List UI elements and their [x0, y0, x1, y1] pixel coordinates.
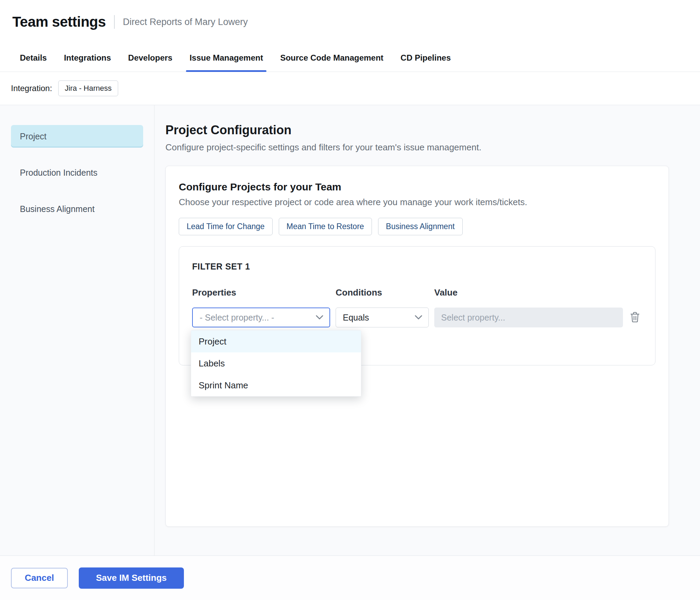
page-header: Team settings Direct Reports of Mary Low… — [0, 0, 700, 44]
tab-integrations[interactable]: Integrations — [64, 44, 111, 72]
team-settings-page: Team settings Direct Reports of Mary Low… — [0, 0, 700, 600]
settings-sidebar: Project Production Incidents Business Al… — [0, 105, 154, 555]
properties-column-label: Properties — [192, 287, 330, 298]
integration-row: Integration: Jira - Harness — [0, 72, 700, 105]
section-title: Project Configuration — [165, 123, 669, 137]
delete-filter-cell — [628, 310, 641, 325]
save-im-settings-button[interactable]: Save IM Settings — [79, 567, 184, 589]
dropdown-option-sprint-name[interactable]: Sprint Name — [191, 374, 361, 396]
content-area: Project Production Incidents Business Al… — [0, 105, 700, 555]
page-subtitle: Direct Reports of Mary Lowery — [123, 17, 248, 27]
tab-issue-management[interactable]: Issue Management — [189, 44, 263, 72]
dropdown-option-labels[interactable]: Labels — [191, 352, 361, 374]
delete-filter-button[interactable] — [628, 310, 641, 325]
metric-tab-business-alignment[interactable]: Business Alignment — [378, 218, 463, 235]
tab-developers[interactable]: Developers — [128, 44, 172, 72]
tab-details[interactable]: Details — [20, 44, 47, 72]
tab-source-code-management[interactable]: Source Code Management — [280, 44, 383, 72]
title-divider — [114, 15, 115, 29]
trash-icon — [630, 319, 640, 324]
card-title: Configure Projects for your Team — [179, 181, 655, 193]
card-subtitle: Choose your respective project or code a… — [179, 197, 655, 208]
metric-tab-lead-time-for-change[interactable]: Lead Time for Change — [179, 218, 273, 235]
main-panel: Project Configuration Configure project-… — [154, 105, 700, 555]
filter-set-1: FILTER SET 1 Properties Conditions Value… — [179, 246, 655, 365]
cancel-button[interactable]: Cancel — [11, 568, 68, 588]
metric-tabs: Lead Time for Change Mean Time to Restor… — [179, 218, 655, 235]
section-description: Configure project-specific settings and … — [165, 142, 669, 153]
tab-cd-pipelines[interactable]: CD Pipelines — [401, 44, 451, 72]
sidebar-item-project[interactable]: Project — [11, 125, 143, 148]
chevron-down-icon — [316, 315, 323, 320]
filter-row: - Select property... - Project Labels Sp… — [192, 308, 641, 327]
integration-chip: Jira - Harness — [58, 80, 118, 96]
sidebar-item-production-incidents[interactable]: Production Incidents — [11, 161, 143, 184]
value-input[interactable] — [434, 308, 623, 327]
property-select[interactable]: - Select property... - — [192, 308, 330, 327]
footer-action-bar: Cancel Save IM Settings — [0, 555, 700, 600]
metric-tab-mean-time-to-restore[interactable]: Mean Time to Restore — [279, 218, 372, 235]
property-dropdown-menu: Project Labels Sprint Name — [191, 330, 361, 397]
integration-label: Integration: — [11, 84, 52, 93]
filter-set-title: FILTER SET 1 — [192, 262, 641, 272]
dropdown-option-project[interactable]: Project — [191, 330, 361, 352]
sidebar-item-business-alignment[interactable]: Business Alignment — [11, 198, 143, 220]
property-select-wrapper: - Select property... - Project Labels Sp… — [192, 308, 330, 327]
chevron-down-icon — [415, 315, 422, 320]
property-select-placeholder: - Select property... - — [200, 313, 274, 323]
configure-projects-card: Configure Projects for your Team Choose … — [165, 166, 669, 527]
value-column-label: Value — [434, 287, 623, 298]
filter-column-headers: Properties Conditions Value — [192, 287, 641, 298]
tab-bar: Details Integrations Developers Issue Ma… — [0, 44, 700, 72]
condition-select[interactable]: Equals — [336, 308, 429, 327]
condition-select-value: Equals — [343, 313, 369, 323]
page-title: Team settings — [12, 14, 106, 30]
conditions-column-label: Conditions — [336, 287, 429, 298]
